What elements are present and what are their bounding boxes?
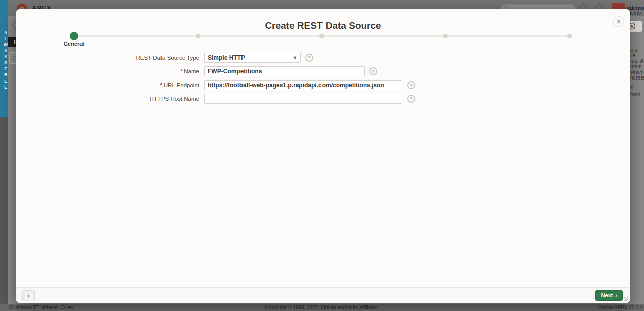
wizard-step-2 — [196, 34, 200, 38]
dialog-footer: ‹ Next› — [16, 287, 630, 303]
url-endpoint-help-icon[interactable]: ? — [407, 81, 415, 89]
resize-handle[interactable] — [624, 297, 628, 301]
create-rest-data-source-dialog: Create REST Data Source ✕ General REST D… — [16, 9, 630, 303]
wizard-step-5 — [567, 34, 572, 38]
type-help-icon[interactable]: ? — [305, 54, 313, 62]
help-text-fragment: ncrete — [630, 74, 644, 81]
always-free-ribbon: ALWAYSFREE — [0, 0, 8, 117]
name-help-icon[interactable]: ? — [369, 67, 377, 75]
name-field-label: *Name — [73, 66, 199, 76]
https-host-name-input[interactable] — [204, 94, 403, 104]
name-input[interactable] — [204, 66, 365, 76]
header-workspace: demo — [628, 10, 641, 16]
footer-version: Oracle APEX 22.1.4 — [598, 305, 643, 310]
rest-data-source-type-select[interactable]: Simple HTTP ∨ — [204, 53, 301, 63]
required-marker: * — [160, 82, 162, 88]
wizard-step-3 — [319, 34, 324, 38]
type-field-label: REST Data Source Type — [73, 53, 199, 63]
chevron-right-icon: › — [615, 292, 617, 298]
left-edge-strip — [0, 117, 8, 305]
selected-value: Simple HTTP — [208, 54, 245, 61]
dialog-title: Create REST Data Source — [16, 20, 630, 31]
help-text-fragment: ross — [630, 91, 640, 97]
chevron-down-icon: ∨ — [293, 53, 297, 62]
page-footer-bar: afdemo afdemo en Copyright © 1999, 2022,… — [0, 304, 644, 311]
url-endpoint-input[interactable] — [204, 80, 403, 90]
wizard-step-general — [70, 32, 78, 40]
https-host-name-help-icon[interactable]: ? — [407, 95, 415, 103]
help-text-fragment: T — [630, 85, 633, 91]
next-button-label: Next — [601, 292, 613, 298]
https-host-name-field-label: HTTPS Host Name — [73, 94, 199, 104]
required-marker: * — [181, 68, 183, 74]
back-button[interactable]: ‹ — [22, 290, 35, 301]
close-icon[interactable]: ✕ — [613, 16, 624, 27]
footer-copyright: Copyright © 1999, 2022, Oracle and/or it… — [0, 305, 644, 310]
url-endpoint-field-label: *URL Endpoint — [73, 80, 199, 90]
screen: APEX afdemo demo ALWAYSFREE R ▶ s a ile … — [0, 0, 644, 311]
next-button[interactable]: Next› — [595, 290, 623, 301]
wizard-step-4 — [443, 34, 448, 38]
wizard-step-label: General — [54, 41, 94, 47]
